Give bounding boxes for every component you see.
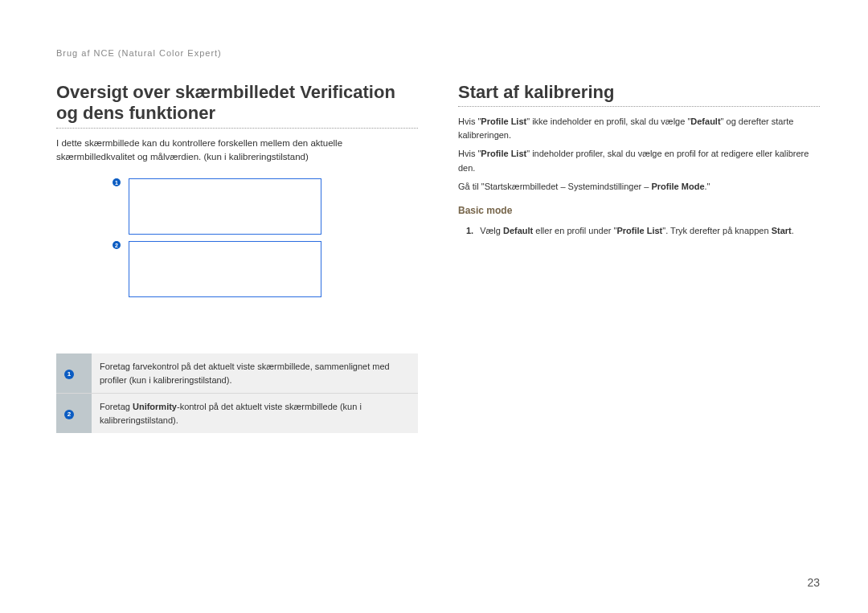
right-column: Start af kalibrering Hvis "Profile List"… xyxy=(458,82,820,433)
diagram-box-1 xyxy=(129,178,321,235)
left-intro: I dette skærmbillede kan du kontrollere … xyxy=(56,137,418,165)
step-1-text: Vælg Default eller en profil under "Prof… xyxy=(480,224,794,238)
legend-desc-2: Foretag Uniformity-kontrol på det aktuel… xyxy=(92,394,418,434)
basic-mode-heading: Basic mode xyxy=(458,205,820,216)
step-1: 1. Vælg Default eller en profil under "P… xyxy=(458,224,820,238)
title-divider-right xyxy=(458,106,820,107)
right-para-3: Gå til "Startskærmbilledet – Systemindst… xyxy=(458,180,820,194)
legend-desc-2-a: Foretag xyxy=(100,402,133,411)
legend-table: 1 Foretag farvekontrol på det aktuelt vi… xyxy=(56,353,418,433)
breadcrumb: Brug af NCE (Natural Color Expert) xyxy=(56,48,820,58)
legend-marker-2: 2 xyxy=(64,410,74,419)
legend-desc-2-bold: Uniformity xyxy=(133,402,177,411)
diagram-marker-1: 1 xyxy=(113,178,121,186)
step-1-number: 1. xyxy=(466,224,473,238)
left-column: Oversigt over skærmbilledet Verification… xyxy=(56,82,418,433)
page-number: 23 xyxy=(807,576,820,589)
legend-desc-1: Foretag farvekontrol på det aktuelt vist… xyxy=(92,353,418,394)
right-title: Start af kalibrering xyxy=(458,82,820,103)
diagram-marker-2: 2 xyxy=(113,241,121,249)
right-para-2: Hvis "Profile List" indeholder profiler,… xyxy=(458,147,820,174)
left-title: Oversigt over skærmbilledet Verification… xyxy=(56,82,418,125)
legend-marker-1: 1 xyxy=(64,370,74,379)
legend-row-2: 2 Foretag Uniformity-kontrol på det aktu… xyxy=(56,394,418,434)
verification-diagram: 1 2 xyxy=(56,178,418,297)
title-divider xyxy=(56,128,418,129)
legend-row-1: 1 Foretag farvekontrol på det aktuelt vi… xyxy=(56,353,418,394)
diagram-box-2 xyxy=(129,241,321,297)
right-para-1: Hvis "Profile List" ikke indeholder en p… xyxy=(458,115,820,142)
